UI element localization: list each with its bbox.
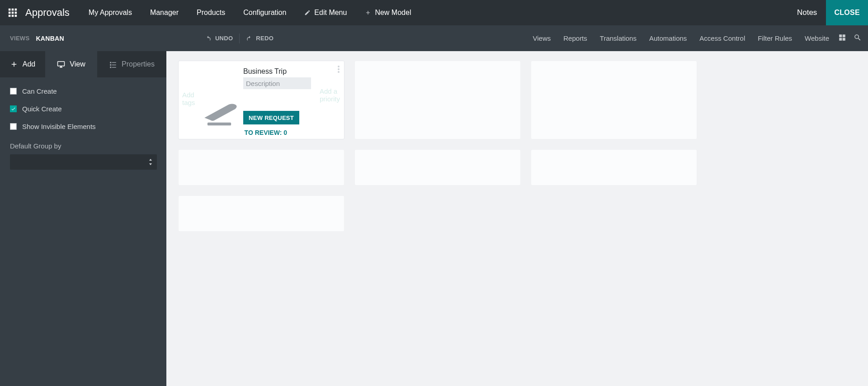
top-menu: My Approvals Manager Products Configurat…: [80, 0, 420, 25]
sidebar-tab-add-label: Add: [23, 60, 35, 68]
monitor-icon: [57, 60, 65, 68]
default-group-by-label: Default Group by: [10, 142, 156, 150]
new-request-button[interactable]: NEW REQUEST: [243, 111, 299, 124]
menu-manager[interactable]: Manager: [141, 0, 188, 25]
secondary-tabs: Views Reports Translations Automations A…: [527, 25, 835, 51]
sidebar-tab-view-label: View: [70, 60, 85, 68]
default-group-by-select[interactable]: [10, 154, 157, 170]
redo-label: REDO: [256, 35, 274, 42]
svg-rect-0: [9, 9, 11, 11]
kanban-card-placeholder[interactable]: [178, 149, 344, 186]
svg-rect-13: [208, 123, 231, 126]
secondary-tab-filter-rules[interactable]: Filter Rules: [751, 25, 798, 51]
option-quick-create[interactable]: Quick Create: [10, 105, 156, 113]
content-area: Add tags Business Trip Description NEW R…: [166, 51, 868, 386]
secondary-tab-automations[interactable]: Automations: [643, 25, 693, 51]
option-show-invisible[interactable]: Show Invisible Elements: [10, 123, 156, 130]
card-title: Business Trip: [243, 67, 314, 76]
undo-redo-separator: [239, 33, 240, 43]
new-model-button[interactable]: New Model: [356, 0, 420, 25]
card-menu-icon[interactable]: [338, 66, 340, 75]
menu-configuration[interactable]: Configuration: [234, 0, 295, 25]
svg-rect-2: [15, 9, 17, 11]
sidebar-tab-add[interactable]: Add: [0, 51, 45, 77]
option-can-create-label: Can Create: [22, 87, 57, 95]
svg-rect-7: [12, 15, 14, 17]
sidebar-tab-properties-label: Properties: [122, 60, 155, 68]
pencil-icon: [304, 10, 311, 16]
plus-icon: [10, 60, 18, 68]
sidebar-tab-properties[interactable]: Properties: [97, 51, 166, 77]
secondary-tab-website[interactable]: Website: [798, 25, 835, 51]
kanban-breadcrumb: KANBAN: [36, 35, 64, 42]
edit-menu-button[interactable]: Edit Menu: [295, 0, 356, 25]
checkbox-show-invisible[interactable]: [10, 123, 17, 130]
svg-rect-4: [12, 12, 14, 14]
undo-button[interactable]: UNDO: [200, 31, 238, 46]
svg-rect-8: [15, 15, 17, 17]
undo-label: UNDO: [215, 35, 233, 42]
secondary-tab-translations[interactable]: Translations: [594, 25, 643, 51]
option-can-create[interactable]: Can Create: [10, 87, 156, 95]
svg-rect-5: [15, 12, 17, 14]
option-quick-create-label: Quick Create: [22, 105, 62, 113]
checkbox-can-create[interactable]: [10, 88, 17, 95]
svg-rect-1: [12, 9, 14, 11]
ghost-add-tags[interactable]: Add tags: [179, 61, 198, 139]
list-icon: [109, 60, 117, 68]
select-caret-icon: [148, 158, 153, 166]
ghost-add-priority[interactable]: Add a priority: [319, 61, 344, 139]
sidebar-tabs: Add View Properties: [0, 51, 166, 77]
menu-my-approvals[interactable]: My Approvals: [80, 0, 141, 25]
kanban-card-placeholder[interactable]: [178, 195, 344, 232]
views-breadcrumb-label[interactable]: VIEWS: [10, 35, 29, 42]
notes-link[interactable]: Notes: [788, 0, 826, 25]
kanban-card-placeholder[interactable]: [354, 61, 521, 139]
svg-rect-3: [9, 12, 11, 14]
kanban-card-placeholder[interactable]: [354, 149, 521, 186]
svg-rect-12: [843, 38, 845, 40]
apps-icon[interactable]: [0, 0, 25, 25]
new-model-label: New Model: [375, 9, 411, 17]
redo-button[interactable]: REDO: [241, 31, 279, 46]
secondary-bar: VIEWS KANBAN UNDO REDO Views Reports Tra…: [0, 25, 868, 51]
svg-point-16: [338, 71, 340, 73]
close-button[interactable]: CLOSE: [826, 0, 868, 25]
redo-icon: [246, 35, 252, 42]
svg-rect-9: [839, 34, 842, 37]
secondary-tab-views[interactable]: Views: [527, 25, 557, 51]
sidebar-tab-view[interactable]: View: [45, 51, 97, 77]
kanban-card-placeholder[interactable]: [531, 61, 697, 139]
undo-icon: [205, 35, 212, 42]
svg-rect-11: [839, 38, 842, 40]
checkbox-quick-create[interactable]: [10, 105, 17, 112]
svg-rect-6: [9, 15, 11, 17]
to-review-count[interactable]: TO REVIEW: 0: [245, 129, 287, 136]
secondary-tab-reports[interactable]: Reports: [557, 25, 594, 51]
search-icon[interactable]: [854, 33, 862, 43]
app-title[interactable]: Approvals: [25, 7, 70, 19]
svg-rect-10: [843, 34, 845, 37]
svg-point-14: [338, 66, 340, 67]
kanban-card-placeholder[interactable]: [531, 149, 697, 186]
check-icon: [11, 106, 16, 111]
topbar: Approvals My Approvals Manager Products …: [0, 0, 868, 25]
secondary-tab-access-control[interactable]: Access Control: [693, 25, 751, 51]
grid-icon[interactable]: [838, 33, 846, 43]
svg-point-15: [338, 68, 340, 70]
card-description-placeholder[interactable]: Description: [243, 77, 311, 89]
kanban-card-business-trip[interactable]: Add tags Business Trip Description NEW R…: [178, 61, 344, 139]
edit-menu-label: Edit Menu: [314, 9, 347, 17]
menu-products[interactable]: Products: [188, 0, 234, 25]
option-show-invisible-label: Show Invisible Elements: [22, 123, 96, 130]
sidebar: Add View Properties Can Create: [0, 51, 166, 386]
plane-icon: [198, 61, 241, 139]
plus-icon: [365, 10, 371, 16]
